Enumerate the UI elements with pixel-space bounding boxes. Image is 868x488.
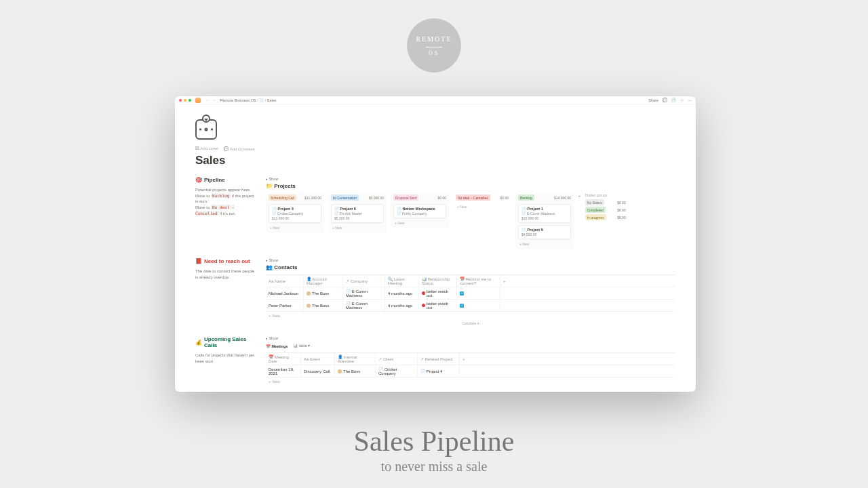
table-cell[interactable]: better reach out [419,300,457,311]
table-cell[interactable]: 📄 Project 4 [418,365,460,377]
board-card[interactable]: 📄 Notion Workspace📄Funky Company [393,204,446,218]
nav-back-icon[interactable]: ← [206,98,210,102]
board-card[interactable]: 📄 Project 1📄E-Comm Madness$10,000.00 [518,204,571,223]
new-card-button[interactable]: New [519,242,570,246]
table-cell[interactable]: 📄 E-Comm Madness [343,300,385,311]
table-cell[interactable]: 📊 Relationship Status [419,275,457,287]
table-cell[interactable]: 4 months ago [385,287,419,299]
remind-checkbox[interactable]: ✓ [457,287,500,299]
column-label[interactable]: No deal – Cancelled [456,195,490,201]
section-upcoming: 💰Upcoming Sales Calls Calls for projects… [195,336,675,386]
table-cell[interactable]: Aa Name [266,275,304,287]
new-card-button[interactable]: New [270,226,320,230]
new-card-button[interactable]: New [457,205,507,209]
add-row-button[interactable]: + New [266,378,675,386]
column-label[interactable]: In Conversation [331,195,359,201]
hidden-group-item[interactable]: In progress$0.00 [585,214,626,220]
table-cell[interactable]: 📄 E-Comm Madness [343,287,385,299]
table-cell[interactable]: The Boss [304,300,343,311]
badge-divider [426,47,442,47]
hidden-group-item[interactable]: No Status$0.00 [585,199,626,205]
table-header: 📅 Meeting DateAa Event👤 Internal Attende… [266,353,675,365]
table-cell[interactable]: Aa Event [301,353,335,365]
table-cell[interactable]: Peter Parker [266,300,304,311]
book-icon: 📕 [195,258,202,264]
table-cell[interactable]: December 19, 2021 [266,365,301,377]
close-icon[interactable] [179,99,182,102]
column-label[interactable]: Scheduling Call [269,195,296,201]
table-cell[interactable]: ↗ Company [343,275,385,287]
table-cell[interactable]: 📅 Remind me to connect? [457,275,500,287]
add-comment-button[interactable]: 💬 Add comment [224,146,254,151]
table-cell[interactable]: 👤 Account Manager [304,275,343,287]
table-cell[interactable]: + [460,353,469,365]
maximize-icon[interactable] [189,99,191,102]
table-cell[interactable]: 📄 Cricket Company [376,365,418,377]
more-icon[interactable]: ⋯ [688,98,692,102]
clock-icon[interactable]: 🕑 [671,98,676,102]
calculate-button[interactable]: Calculate ▾ [266,320,675,327]
star-icon[interactable]: ☆ [680,98,684,102]
crumb-root[interactable]: Remote Business OS [220,98,259,102]
column-label[interactable]: Backlog [518,195,534,201]
db-title-projects[interactable]: 📁 Projects [266,183,675,189]
badge-line2: OS [429,50,439,56]
table-cell[interactable]: 👤 Internal Attendee [335,353,376,365]
tagline-title: Sales Pipeline [0,425,868,458]
breadcrumb[interactable]: Remote Business OS 📄 Sales [220,98,277,102]
pipeline-heading: 🎯Pipeline [195,177,258,183]
table-row[interactable]: Peter Parker The Boss 📄 E-Comm Madness 4… [266,300,675,312]
board-card[interactable]: 📄 Project 6📄Fix Ads Master$5,000.00 [331,204,384,223]
column-sum: $14,500.00 [554,196,571,200]
window-controls[interactable] [179,99,191,102]
workspace-icon[interactable] [195,98,201,103]
remind-checkbox[interactable]: ✓ [457,300,500,311]
add-column-button[interactable]: + [578,193,581,199]
new-card-button[interactable]: New [395,221,445,225]
nav-forward-icon[interactable]: → [213,98,217,102]
table-cell[interactable]: better reach out [419,287,457,299]
db-title-meetings[interactable]: 📅 Meetings [266,344,288,348]
badge-line1: REMOTE [416,35,452,43]
table-cell[interactable]: Michael Jackson [266,287,304,299]
add-cover-button[interactable]: 🖼 Add cover [195,146,218,151]
upcoming-heading: 💰Upcoming Sales Calls [195,336,258,348]
page-icon[interactable] [195,119,217,140]
section-pipeline: 🎯Pipeline Potential projects appear here… [195,177,675,249]
table-cell[interactable]: ↗ Related Project [418,353,460,365]
table-cell[interactable]: ↗ Client [376,353,418,365]
table-cell[interactable]: The Boss [335,365,376,377]
reachout-desc: The date to contact these people is alre… [195,268,258,280]
add-row-button[interactable]: + New [266,312,675,320]
table-cell[interactable]: + [500,275,510,287]
upcoming-desc: Calls for projects that haven't yet been… [195,352,258,364]
minimize-icon[interactable] [184,99,186,102]
crumb-page[interactable]: Sales [267,98,277,102]
table-meetings: 📅 Meeting DateAa Event👤 Internal Attende… [266,352,675,386]
column-label[interactable]: Proposal Sent [393,195,418,201]
view-picker-contacts[interactable]: Show [266,258,675,262]
view-picker-meetings[interactable]: Show [266,336,675,340]
table-row[interactable]: Michael Jackson The Boss 📄 E-Comm Madnes… [266,287,675,300]
db-title-contacts[interactable]: 👥 Contacts [266,264,675,270]
document-body: 🖼 Add cover 💬 Add comment Sales 🎯Pipelin… [175,104,696,392]
comment-icon[interactable]: 💬 [663,98,667,102]
titlebar: ← → Remote Business OS 📄 Sales Share 💬 🕑… [175,96,696,104]
hidden-group-item[interactable]: Completed$0.00 [585,207,626,213]
table-cell[interactable]: The Boss [304,287,343,299]
new-card-button[interactable]: New [332,226,382,230]
view-table[interactable]: 📊 table ▾ [293,344,310,348]
page-title[interactable]: Sales [195,154,675,167]
board-card[interactable]: 📄 Project 4📄Cricket Company$11,000.00 [269,204,321,223]
board-card[interactable]: 📄 Project 5$4,500.00 [518,225,571,239]
table-cell[interactable]: 📅 Meeting Date [266,353,301,365]
table-header: Aa Name👤 Account Manager↗ Company🔍 Lates… [266,275,675,287]
view-picker-pipeline[interactable]: Show [266,177,675,181]
target-icon: 🎯 [195,177,202,183]
table-row[interactable]: December 19, 2021 Discovery Call The Bos… [266,365,675,378]
share-button[interactable]: Share [648,98,658,102]
table-cell[interactable]: 🔍 Latest Meeting [385,275,419,287]
table-cell[interactable]: 4 months ago [385,300,419,311]
pipeline-desc: Potential projects appear here. Move to … [195,187,258,216]
table-cell[interactable]: Discovery Call [301,365,335,377]
